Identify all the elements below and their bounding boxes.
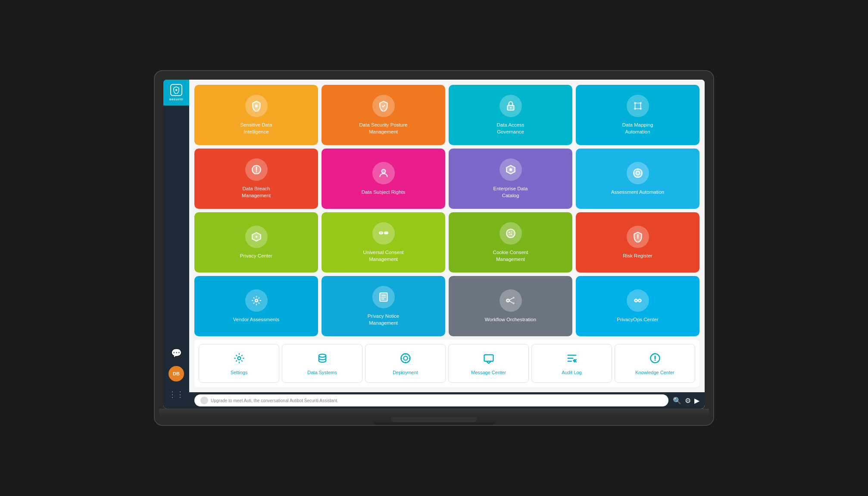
sensitive-data-icon	[245, 95, 268, 117]
footer-bar: Upgrade to meet Auti, the conversational…	[189, 392, 705, 409]
data-systems-label: Data Systems	[307, 370, 337, 375]
sidebar-logo[interactable]: securiti	[163, 80, 189, 105]
cookie-consent-icon	[500, 222, 522, 245]
bottom-tile-message-center[interactable]: Message Center	[448, 344, 529, 383]
tile-risk-register[interactable]: Risk Register	[576, 212, 699, 273]
logo-icon	[170, 84, 182, 96]
grid-area: Sensitive DataIntelligence Data Security…	[189, 80, 705, 392]
enterprise-data-catalog-label: Enterprise DataCatalog	[493, 185, 528, 199]
tile-workflow-orchestration[interactable]: Workflow Orchestration	[449, 276, 572, 336]
tile-data-subject-rights[interactable]: Data Subject Rights	[322, 149, 445, 209]
tile-privacy-center[interactable]: Privacy Center	[194, 212, 318, 273]
svg-point-33	[237, 356, 240, 360]
tiles-grid: Sensitive DataIntelligence Data Security…	[194, 85, 699, 336]
data-security-posture-icon	[372, 95, 395, 117]
vendor-assessments-label: Vendor Assessments	[233, 316, 279, 323]
privacy-notice-label: Privacy NoticeManagement	[368, 313, 400, 326]
svg-point-39	[654, 360, 656, 361]
svg-point-32	[638, 299, 641, 302]
data-security-posture-label: Data Security PostureManagement	[359, 121, 408, 135]
svg-point-3	[510, 107, 511, 108]
tile-privacyops-center[interactable]: PrivacyOps Center	[576, 276, 699, 336]
footer-icons: 🔍 ⚙ ▶	[673, 397, 699, 405]
message-center-icon	[483, 352, 495, 367]
tile-universal-consent[interactable]: Universal ConsentManagement	[322, 212, 445, 273]
svg-point-4	[634, 102, 636, 104]
assessment-automation-icon	[627, 162, 649, 184]
svg-point-16	[255, 236, 257, 238]
svg-rect-37	[484, 354, 493, 361]
knowledge-center-icon	[649, 352, 661, 367]
workflow-orchestration-label: Workflow Orchestration	[485, 316, 536, 323]
tile-data-access-governance[interactable]: Data AccessGovernance	[449, 85, 572, 145]
laptop-screen: securiti 💬 DB ⋮⋮ Sensitive DataIntellige…	[163, 80, 705, 409]
laptop-base	[159, 409, 709, 417]
data-breach-label: Data BreachManagement	[242, 185, 271, 199]
tile-enterprise-data-catalog[interactable]: Enterprise DataCatalog	[449, 149, 572, 209]
tile-data-security-posture[interactable]: Data Security PostureManagement	[322, 85, 445, 145]
svg-point-14	[636, 171, 640, 175]
universal-consent-label: Universal ConsentManagement	[363, 249, 404, 263]
data-subject-rights-label: Data Subject Rights	[362, 189, 406, 195]
chat-icon[interactable]: 💬	[169, 345, 184, 361]
svg-point-0	[175, 89, 178, 91]
svg-point-28	[506, 299, 509, 302]
bottom-tiles: Settings Data Systems Deployment Message…	[194, 340, 699, 387]
bottom-tile-knowledge-center[interactable]: Knowledge Center	[615, 344, 695, 383]
svg-point-10	[381, 169, 385, 173]
privacyops-center-label: PrivacyOps Center	[617, 316, 659, 323]
user-avatar[interactable]: DB	[169, 366, 184, 381]
audit-log-label: Audit Log	[562, 370, 581, 375]
footer-chat[interactable]: Upgrade to meet Auti, the conversational…	[194, 394, 668, 406]
main-content: Sensitive DataIntelligence Data Security…	[189, 80, 705, 409]
bottom-tile-data-systems[interactable]: Data Systems	[282, 344, 362, 383]
svg-point-5	[640, 102, 641, 104]
svg-point-36	[403, 356, 407, 360]
svg-point-34	[318, 354, 325, 357]
tile-assessment-automation[interactable]: Assessment Automation	[576, 149, 699, 209]
data-mapping-icon	[627, 95, 649, 117]
footer-chat-text: Upgrade to meet Auti, the conversational…	[211, 398, 338, 403]
tile-privacy-notice[interactable]: Privacy NoticeManagement	[322, 276, 445, 336]
apps-icon[interactable]: ⋮⋮	[169, 387, 184, 402]
tile-data-breach[interactable]: Data BreachManagement	[194, 149, 318, 209]
enterprise-data-catalog-icon	[500, 158, 522, 181]
risk-register-label: Risk Register	[623, 252, 652, 259]
svg-point-6	[634, 108, 636, 109]
svg-point-30	[512, 302, 514, 304]
chat-bubble-icon	[200, 397, 208, 404]
tile-cookie-consent[interactable]: Cookie ConsentManagement	[449, 212, 572, 273]
svg-point-12	[509, 168, 512, 171]
tile-vendor-assessments[interactable]: Vendor Assessments	[194, 276, 318, 336]
tile-data-mapping[interactable]: Data MappingAutomation	[576, 85, 699, 145]
vendor-assessments-icon	[245, 289, 268, 312]
bottom-grid: Settings Data Systems Deployment Message…	[199, 344, 695, 383]
sidebar-bottom: 💬 DB ⋮⋮	[169, 345, 184, 409]
bottom-tile-audit-log[interactable]: Audit Log	[531, 344, 612, 383]
svg-point-26	[255, 299, 258, 302]
svg-point-20	[506, 229, 515, 238]
data-breach-icon	[245, 158, 268, 181]
tile-sensitive-data[interactable]: Sensitive DataIntelligence	[194, 85, 318, 145]
search-icon[interactable]: 🔍	[673, 397, 681, 405]
bottom-tile-deployment[interactable]: Deployment	[365, 344, 446, 383]
data-systems-icon	[316, 352, 328, 367]
cookie-consent-label: Cookie ConsentManagement	[493, 249, 528, 263]
play-icon[interactable]: ▶	[694, 397, 699, 405]
svg-point-9	[256, 171, 257, 172]
audit-log-icon	[566, 352, 578, 367]
deployment-label: Deployment	[393, 370, 418, 375]
knowledge-center-label: Knowledge Center	[635, 370, 674, 375]
laptop-foot	[374, 422, 494, 425]
risk-register-icon	[627, 226, 649, 248]
laptop-stand	[391, 417, 477, 422]
message-center-label: Message Center	[471, 370, 506, 375]
laptop-frame: securiti 💬 DB ⋮⋮ Sensitive DataIntellige…	[154, 70, 714, 426]
bottom-tile-settings[interactable]: Settings	[199, 344, 279, 383]
privacy-notice-icon	[372, 286, 395, 308]
svg-point-19	[385, 232, 387, 233]
filter-icon[interactable]: ⚙	[685, 397, 691, 405]
svg-point-7	[640, 108, 641, 109]
svg-point-22	[511, 232, 512, 232]
data-access-governance-label: Data AccessGovernance	[497, 121, 525, 135]
